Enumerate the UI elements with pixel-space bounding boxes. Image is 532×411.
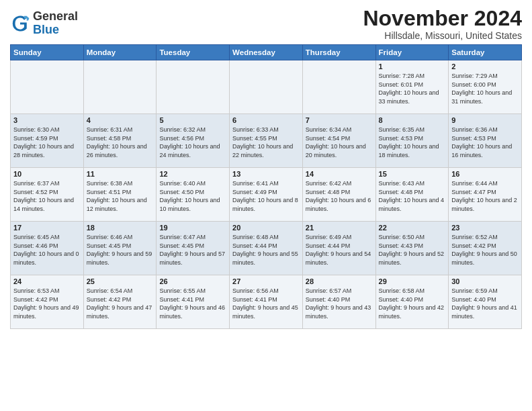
week-row-2: 3Sunrise: 6:30 AM Sunset: 4:59 PM Daylig… <box>11 114 522 168</box>
day-info: Sunrise: 6:40 AM Sunset: 4:50 PM Dayligh… <box>159 179 226 213</box>
day-number: 9 <box>451 116 519 124</box>
day-info: Sunrise: 6:55 AM Sunset: 4:41 PM Dayligh… <box>159 287 226 320</box>
day-cell <box>302 60 375 114</box>
day-number: 27 <box>232 277 300 285</box>
day-cell: 18Sunrise: 6:46 AM Sunset: 4:45 PM Dayli… <box>83 222 157 275</box>
day-info: Sunrise: 6:41 AM Sunset: 4:49 PM Dayligh… <box>232 179 300 213</box>
day-cell: 9Sunrise: 6:36 AM Sunset: 4:53 PM Daylig… <box>449 114 522 168</box>
header: General Blue November 2024 Hillsdale, Mi… <box>10 7 522 41</box>
day-info: Sunrise: 6:46 AM Sunset: 4:45 PM Dayligh… <box>87 233 154 267</box>
day-number: 29 <box>379 277 446 285</box>
day-info: Sunrise: 6:59 AM Sunset: 4:40 PM Dayligh… <box>451 287 519 320</box>
week-row-4: 17Sunrise: 6:45 AM Sunset: 4:46 PM Dayli… <box>11 222 522 275</box>
logo-general: General <box>33 10 78 24</box>
day-cell: 1Sunrise: 7:28 AM Sunset: 6:01 PM Daylig… <box>375 60 449 114</box>
day-number: 28 <box>306 277 373 285</box>
day-number: 23 <box>451 224 519 232</box>
calendar-table: SundayMondayTuesdayWednesdayThursdayFrid… <box>10 44 522 329</box>
logo-icon <box>10 13 30 34</box>
day-cell: 25Sunrise: 6:54 AM Sunset: 4:42 PM Dayli… <box>83 275 157 329</box>
day-number: 13 <box>232 170 300 178</box>
day-cell: 23Sunrise: 6:52 AM Sunset: 4:42 PM Dayli… <box>449 222 522 275</box>
day-cell: 4Sunrise: 6:31 AM Sunset: 4:58 PM Daylig… <box>83 114 157 168</box>
day-cell: 29Sunrise: 6:58 AM Sunset: 4:40 PM Dayli… <box>375 275 449 329</box>
day-cell: 5Sunrise: 6:32 AM Sunset: 4:56 PM Daylig… <box>157 114 230 168</box>
week-row-1: 1Sunrise: 7:28 AM Sunset: 6:01 PM Daylig… <box>11 60 522 114</box>
day-number: 12 <box>159 170 226 178</box>
day-number: 4 <box>87 116 154 124</box>
logo: General Blue <box>10 10 78 37</box>
day-info: Sunrise: 6:56 AM Sunset: 4:41 PM Dayligh… <box>232 287 300 320</box>
calendar-body: 1Sunrise: 7:28 AM Sunset: 6:01 PM Daylig… <box>11 60 522 329</box>
day-cell <box>83 60 157 114</box>
day-number: 1 <box>379 62 446 71</box>
day-info: Sunrise: 6:52 AM Sunset: 4:42 PM Dayligh… <box>451 233 519 267</box>
day-info: Sunrise: 6:42 AM Sunset: 4:48 PM Dayligh… <box>306 179 373 213</box>
day-cell: 14Sunrise: 6:42 AM Sunset: 4:48 PM Dayli… <box>302 168 375 222</box>
day-number: 24 <box>13 277 81 285</box>
logo-text: General Blue <box>33 10 78 37</box>
day-cell <box>157 60 230 114</box>
day-info: Sunrise: 6:50 AM Sunset: 4:43 PM Dayligh… <box>379 233 446 267</box>
day-number: 6 <box>232 116 300 124</box>
day-info: Sunrise: 6:35 AM Sunset: 4:53 PM Dayligh… <box>379 126 446 159</box>
day-number: 25 <box>87 277 154 285</box>
day-info: Sunrise: 6:53 AM Sunset: 4:42 PM Dayligh… <box>13 287 81 320</box>
day-cell: 13Sunrise: 6:41 AM Sunset: 4:49 PM Dayli… <box>230 168 303 222</box>
day-number: 21 <box>306 224 373 232</box>
day-number: 20 <box>232 224 300 232</box>
day-number: 19 <box>159 224 226 232</box>
day-info: Sunrise: 6:43 AM Sunset: 4:48 PM Dayligh… <box>379 179 446 213</box>
day-cell: 21Sunrise: 6:49 AM Sunset: 4:44 PM Dayli… <box>302 222 375 275</box>
month-title: November 2024 <box>363 7 522 30</box>
day-info: Sunrise: 6:47 AM Sunset: 4:45 PM Dayligh… <box>159 233 226 267</box>
day-number: 14 <box>306 170 373 178</box>
day-cell: 26Sunrise: 6:55 AM Sunset: 4:41 PM Dayli… <box>157 275 230 329</box>
header-cell-wednesday: Wednesday <box>230 45 303 60</box>
week-row-5: 24Sunrise: 6:53 AM Sunset: 4:42 PM Dayli… <box>11 275 522 329</box>
day-info: Sunrise: 6:36 AM Sunset: 4:53 PM Dayligh… <box>451 126 519 159</box>
day-cell: 20Sunrise: 6:48 AM Sunset: 4:44 PM Dayli… <box>230 222 303 275</box>
day-number: 15 <box>379 170 446 178</box>
day-info: Sunrise: 6:45 AM Sunset: 4:46 PM Dayligh… <box>13 233 81 267</box>
day-info: Sunrise: 6:57 AM Sunset: 4:40 PM Dayligh… <box>306 287 373 320</box>
day-info: Sunrise: 6:54 AM Sunset: 4:42 PM Dayligh… <box>87 287 154 320</box>
day-info: Sunrise: 6:33 AM Sunset: 4:55 PM Dayligh… <box>232 126 300 159</box>
day-cell: 17Sunrise: 6:45 AM Sunset: 4:46 PM Dayli… <box>11 222 84 275</box>
day-cell: 6Sunrise: 6:33 AM Sunset: 4:55 PM Daylig… <box>230 114 303 168</box>
week-row-3: 10Sunrise: 6:37 AM Sunset: 4:52 PM Dayli… <box>11 168 522 222</box>
day-info: Sunrise: 6:34 AM Sunset: 4:54 PM Dayligh… <box>306 126 373 159</box>
day-cell: 19Sunrise: 6:47 AM Sunset: 4:45 PM Dayli… <box>157 222 230 275</box>
day-number: 30 <box>451 277 519 285</box>
header-cell-friday: Friday <box>375 45 449 60</box>
day-cell: 12Sunrise: 6:40 AM Sunset: 4:50 PM Dayli… <box>157 168 230 222</box>
day-cell: 2Sunrise: 7:29 AM Sunset: 6:00 PM Daylig… <box>449 60 522 114</box>
day-number: 10 <box>13 170 81 178</box>
day-info: Sunrise: 6:32 AM Sunset: 4:56 PM Dayligh… <box>159 126 226 159</box>
logo-blue: Blue <box>33 24 78 37</box>
day-cell: 3Sunrise: 6:30 AM Sunset: 4:59 PM Daylig… <box>11 114 84 168</box>
day-number: 2 <box>451 62 519 71</box>
day-cell: 15Sunrise: 6:43 AM Sunset: 4:48 PM Dayli… <box>375 168 449 222</box>
day-number: 8 <box>379 116 446 124</box>
day-number: 18 <box>87 224 154 232</box>
header-cell-tuesday: Tuesday <box>157 45 230 60</box>
day-number: 17 <box>13 224 81 232</box>
day-info: Sunrise: 6:37 AM Sunset: 4:52 PM Dayligh… <box>13 179 81 213</box>
header-cell-saturday: Saturday <box>449 45 522 60</box>
day-info: Sunrise: 6:31 AM Sunset: 4:58 PM Dayligh… <box>87 126 154 159</box>
day-number: 22 <box>379 224 446 232</box>
day-cell: 22Sunrise: 6:50 AM Sunset: 4:43 PM Dayli… <box>375 222 449 275</box>
day-number: 3 <box>13 116 81 124</box>
day-number: 16 <box>451 170 519 178</box>
day-info: Sunrise: 6:58 AM Sunset: 4:40 PM Dayligh… <box>379 287 446 320</box>
day-cell: 11Sunrise: 6:38 AM Sunset: 4:51 PM Dayli… <box>83 168 157 222</box>
day-number: 5 <box>159 116 226 124</box>
day-number: 11 <box>87 170 154 178</box>
day-info: Sunrise: 6:48 AM Sunset: 4:44 PM Dayligh… <box>232 233 300 267</box>
day-info: Sunrise: 6:38 AM Sunset: 4:51 PM Dayligh… <box>87 179 154 213</box>
header-row: SundayMondayTuesdayWednesdayThursdayFrid… <box>11 45 522 60</box>
day-cell <box>230 60 303 114</box>
day-info: Sunrise: 7:29 AM Sunset: 6:00 PM Dayligh… <box>451 72 519 105</box>
day-info: Sunrise: 6:49 AM Sunset: 4:44 PM Dayligh… <box>306 233 373 267</box>
